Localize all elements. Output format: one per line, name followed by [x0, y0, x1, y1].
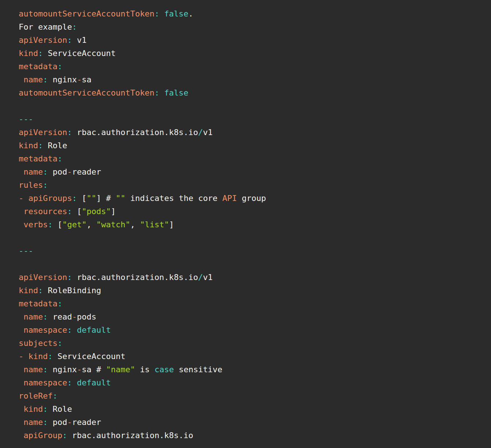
- code-token: Role: [43, 141, 67, 150]
- code-token: reader: [72, 167, 101, 176]
- code-line: metadata:: [19, 297, 487, 310]
- code-token: [72, 378, 77, 387]
- code-token: namespace: [23, 325, 67, 335]
- code-line: apiGroup: rbac.authorization.k8s.io: [19, 429, 487, 442]
- code-token: [19, 75, 23, 84]
- code-token: [19, 418, 23, 427]
- code-token: sa: [82, 75, 92, 84]
- code-token: "pods": [82, 207, 111, 216]
- code-token: reader: [72, 418, 101, 427]
- code-token: pods: [77, 312, 96, 321]
- code-line: namespace: default: [19, 324, 487, 337]
- code-line: apiVersion: v1: [19, 34, 487, 47]
- code-token: [23, 352, 28, 361]
- code-line: roleRef:: [19, 389, 487, 403]
- code-token: "": [116, 194, 126, 203]
- code-token: [19, 167, 23, 176]
- code-token: -: [72, 312, 77, 321]
- code-token: [19, 220, 23, 229]
- code-token: metadata: [19, 154, 57, 163]
- code-token: :: [43, 75, 48, 84]
- code-token: -: [19, 352, 23, 361]
- code-line: [19, 231, 487, 244]
- code-token: -: [67, 418, 72, 427]
- code-token: :: [38, 286, 43, 295]
- code-token: :: [57, 299, 62, 308]
- code-token: rules: [19, 180, 43, 190]
- code-token: nginx: [48, 365, 77, 374]
- code-token: RoleBinding: [43, 286, 101, 295]
- code-token: false: [164, 9, 188, 18]
- code-token: apiGroups: [29, 194, 72, 203]
- code-token: -: [19, 194, 23, 203]
- yaml-code-view: automountServiceAccountToken: false.For …: [0, 0, 491, 448]
- code-token: kind: [19, 141, 38, 150]
- code-line: name: read-pods: [19, 310, 487, 324]
- code-line: name: nginx-sa: [19, 73, 487, 86]
- code-token: default: [77, 325, 111, 335]
- code-token: v1: [203, 128, 213, 137]
- code-token: :: [38, 49, 43, 58]
- code-token: "watch": [96, 220, 130, 229]
- code-token: API: [222, 194, 237, 203]
- code-line: resources: ["pods"]: [19, 205, 487, 218]
- code-token: metadata: [19, 299, 57, 308]
- code-token: :: [62, 431, 67, 440]
- code-token: For example: [19, 22, 72, 31]
- code-line: ---: [19, 244, 487, 258]
- code-token: :: [53, 391, 57, 400]
- code-token: :: [38, 141, 43, 150]
- code-token: :: [57, 339, 62, 348]
- code-token: :: [43, 418, 48, 427]
- code-token: [19, 365, 23, 374]
- code-line: apiVersion: rbac.authorization.k8s.io/v1: [19, 271, 487, 284]
- code-line: kind: Role: [19, 403, 487, 416]
- code-token: :: [72, 22, 77, 31]
- code-line: name: pod-reader: [19, 165, 487, 179]
- code-line: namespace: default: [19, 376, 487, 389]
- code-token: false: [164, 88, 188, 97]
- code-line: [19, 100, 487, 113]
- code-token: v1: [203, 273, 213, 282]
- code-token: :: [57, 154, 62, 163]
- code-token: roleRef: [19, 391, 53, 400]
- code-token: name: [23, 75, 43, 84]
- code-line: rules:: [19, 179, 487, 192]
- code-token: indicates the core: [125, 194, 222, 203]
- code-line: For example:: [19, 20, 487, 34]
- code-token: sensitive: [174, 365, 222, 374]
- code-token: apiVersion: [19, 128, 67, 137]
- code-token: ] #: [96, 194, 116, 203]
- code-line: - kind: ServiceAccount: [19, 350, 487, 363]
- code-token: kind: [19, 286, 38, 295]
- code-token: :: [43, 167, 48, 176]
- code-token: [19, 404, 23, 414]
- code-token: is: [135, 365, 155, 374]
- code-token: :: [48, 352, 52, 361]
- code-token: -: [77, 75, 82, 84]
- code-token: "name": [106, 365, 135, 374]
- code-line: kind: RoleBinding: [19, 284, 487, 297]
- code-token: [23, 194, 28, 203]
- code-token: [: [72, 207, 82, 216]
- code-token: verbs: [23, 220, 48, 229]
- code-line: kind: Role: [19, 139, 487, 152]
- code-token: name: [23, 365, 43, 374]
- code-line: subjects:: [19, 337, 487, 350]
- code-token: :: [67, 378, 72, 387]
- code-token: .: [189, 9, 193, 18]
- code-token: case: [155, 365, 174, 374]
- code-token: name: [23, 167, 43, 176]
- code-token: pod: [48, 418, 67, 427]
- code-token: [: [77, 194, 87, 203]
- code-token: ]: [169, 220, 174, 229]
- code-token: namespace: [23, 378, 67, 387]
- code-token: [: [53, 220, 63, 229]
- code-line: kind: ServiceAccount: [19, 47, 487, 60]
- code-token: :: [57, 62, 62, 71]
- code-token: ---: [19, 115, 33, 124]
- code-token: ]: [111, 207, 116, 216]
- code-token: :: [43, 365, 48, 374]
- code-token: v1: [72, 36, 87, 45]
- code-token: rbac.authorization.k8s.io: [67, 431, 193, 440]
